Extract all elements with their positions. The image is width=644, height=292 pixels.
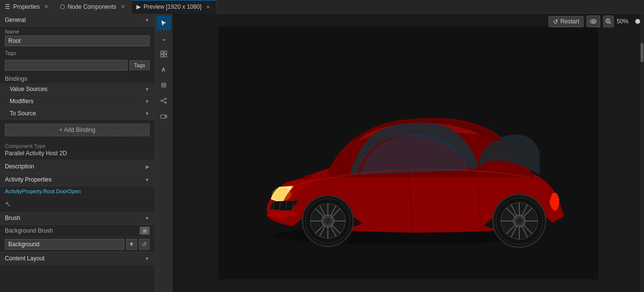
tags-row: Tags — [0, 58, 154, 73]
dot-indicator — [635, 19, 640, 24]
car-svg — [218, 26, 598, 279]
to-source-title: To Source — [10, 110, 36, 117]
preview-toolbar: ↺ Restart 50% — [545, 14, 644, 29]
svg-point-19 — [272, 187, 291, 201]
description-title: Description — [5, 163, 34, 170]
visibility-button[interactable] — [587, 16, 600, 27]
svg-point-10 — [590, 19, 596, 23]
close-properties-tab[interactable]: ✕ — [43, 3, 50, 10]
add-binding-button[interactable]: + Add Binding — [5, 124, 150, 136]
general-title: General — [5, 17, 26, 23]
play-icon: ▶ — [136, 3, 141, 10]
name-label: Name — [5, 29, 150, 35]
camera-tool[interactable] — [156, 109, 171, 124]
component-type-value: Parallel Activity Host 2D — [5, 150, 150, 157]
svg-point-11 — [592, 20, 594, 22]
layers-tool[interactable] — [156, 78, 171, 92]
node-icon: ⬡ — [60, 3, 65, 10]
name-input[interactable] — [5, 36, 150, 46]
component-type-label: Component Type — [5, 143, 150, 149]
brush-section-header[interactable]: Brush ▼ — [0, 212, 154, 225]
list-icon: ☰ — [5, 3, 10, 10]
svg-line-8 — [162, 101, 165, 103]
share-tool[interactable] — [156, 93, 171, 108]
value-sources-arrow: ▼ — [145, 87, 150, 92]
vertical-toolbar: A — [155, 14, 172, 292]
cursor-indicator: ↖ — [0, 197, 154, 212]
svg-point-5 — [165, 98, 166, 100]
content-layout-title: Content Layout — [5, 255, 44, 262]
svg-rect-2 — [161, 55, 163, 57]
activity-properties-arrow: ▼ — [145, 177, 150, 182]
tab-properties[interactable]: ☰ Properties ✕ — [0, 0, 55, 14]
car-preview — [172, 14, 644, 292]
activity-property-value: ActivityProperty.Root.DoorOpen — [0, 186, 154, 197]
preview-scrollbar[interactable] — [640, 14, 644, 292]
svg-point-6 — [165, 102, 166, 104]
activity-properties-title: Activity Properties — [5, 176, 52, 183]
value-sources-header[interactable]: Value Sources ▼ — [0, 83, 154, 95]
bindings-label: Bindings — [0, 73, 154, 83]
grid-tool[interactable] — [156, 47, 171, 61]
right-area: A — [155, 14, 644, 292]
modifiers-arrow: ▼ — [145, 99, 150, 104]
content-layout-header[interactable]: Content Layout ▼ — [0, 252, 154, 265]
general-section-header[interactable]: General ▼ — [0, 14, 154, 27]
tab-preview[interactable]: ▶ Preview [1920 x 1080] ✕ — [132, 0, 217, 14]
main-layout: General ▼ Name Tags Tags Bindings Value … — [0, 14, 644, 292]
close-preview-tab[interactable]: ✕ — [205, 3, 211, 10]
zoom-value: 50% — [617, 18, 632, 25]
tags-property: Tags — [0, 48, 154, 58]
description-expand-arrow: ▶ — [146, 164, 150, 169]
svg-line-13 — [609, 22, 611, 24]
background-dropdown[interactable]: Background — [5, 239, 124, 250]
modifiers-header[interactable]: Modifiers ▼ — [0, 95, 154, 108]
value-sources-title: Value Sources — [10, 86, 47, 92]
svg-point-4 — [161, 100, 162, 102]
svg-line-7 — [162, 99, 165, 101]
tags-button[interactable]: Tags — [130, 60, 150, 70]
arrow-tool[interactable] — [156, 31, 171, 46]
activity-properties-header[interactable]: Activity Properties ▼ — [0, 173, 154, 186]
scrollbar-thumb[interactable] — [641, 43, 644, 62]
svg-rect-9 — [161, 115, 165, 118]
general-collapse-arrow: ▼ — [145, 18, 150, 23]
tags-input[interactable] — [5, 60, 128, 71]
modifiers-title: Modifiers — [10, 98, 34, 105]
svg-rect-3 — [164, 55, 167, 57]
tab-node-components[interactable]: ⬡ Node Components ✕ — [55, 0, 132, 14]
content-layout-arrow: ▼ — [145, 256, 150, 261]
preview-area: ↺ Restart 50% — [172, 14, 644, 292]
svg-rect-1 — [164, 51, 167, 54]
left-panel: General ▼ Name Tags Tags Bindings Value … — [0, 14, 155, 292]
background-dropdown-row: Background ▼ ↺ — [0, 237, 154, 252]
to-source-header[interactable]: To Source ▼ — [0, 108, 154, 120]
dropdown-arrow-button[interactable]: ▼ — [126, 239, 137, 250]
to-source-arrow: ▼ — [145, 111, 150, 116]
name-property: Name — [0, 27, 154, 48]
svg-point-45 — [516, 218, 522, 224]
brush-collapse-arrow: ▼ — [145, 216, 150, 221]
svg-point-34 — [325, 218, 331, 224]
restart-button[interactable]: ↺ Restart — [549, 16, 584, 27]
description-section-header[interactable]: Description ▶ — [0, 160, 154, 173]
tags-label: Tags — [5, 50, 150, 56]
close-node-components-tab[interactable]: ✕ — [119, 3, 126, 10]
zoom-button[interactable] — [603, 16, 614, 27]
background-brush-icon[interactable]: ▦ — [140, 227, 150, 235]
background-brush-row: Background Brush ▦ — [0, 225, 154, 237]
reset-background-button[interactable]: ↺ — [139, 239, 150, 250]
select-cursor-tool[interactable] — [156, 16, 171, 30]
text-tool[interactable]: A — [156, 62, 171, 77]
svg-rect-0 — [161, 51, 163, 54]
tab-bar: ☰ Properties ✕ ⬡ Node Components ✕ ▶ Pre… — [0, 0, 644, 14]
background-brush-label: Background Brush — [5, 227, 53, 234]
brush-title: Brush — [5, 215, 20, 221]
component-type-section: Component Type Parallel Activity Host 2D — [0, 140, 154, 160]
restart-icon: ↺ — [553, 18, 558, 25]
